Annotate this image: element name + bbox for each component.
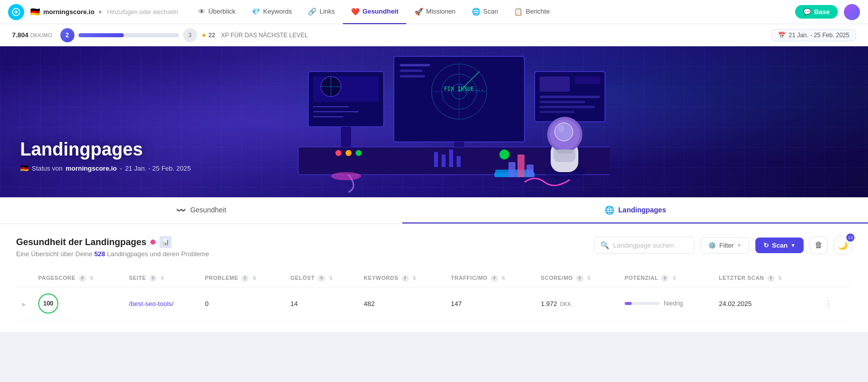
hero-text: Landingpages 🇩🇪 Status von morningscore.… (20, 139, 191, 172)
section-header: Gesundheit der Landingpages 📊 Eine Übers… (16, 236, 852, 258)
site-selector[interactable]: 🇩🇪 morningscore.io ▼ (30, 7, 103, 17)
xp-text: ★ 22 XP FÜR DAS NÄCHSTE LEVEL (201, 32, 308, 39)
traffic-help[interactable]: ? (491, 275, 498, 282)
geloest-cell: 14 (284, 287, 358, 320)
geloest-sort[interactable]: ⇅ (329, 276, 333, 281)
nav-link-keywords[interactable]: 💎 Keywords (243, 0, 300, 24)
more-options-button[interactable]: ⋮ (820, 297, 836, 310)
seite-help[interactable]: ? (149, 275, 156, 282)
dropdown-icon[interactable]: ▼ (98, 9, 103, 15)
potenzial-sort[interactable]: ⇅ (672, 276, 677, 281)
calendar-icon: 📅 (778, 32, 786, 39)
keywords-sort[interactable]: ⇅ (412, 276, 417, 281)
chat-icon: 💬 (803, 8, 811, 16)
pagescore-help[interactable]: ? (79, 275, 86, 282)
traffic-sort[interactable]: ⇅ (501, 276, 506, 281)
geloest-help[interactable]: ? (318, 275, 325, 282)
progress-bar (78, 33, 179, 37)
page-count: 528 (94, 250, 105, 258)
letzter-scan-sort[interactable]: ⇅ (778, 276, 783, 281)
level-badge-current: 2 (60, 28, 74, 42)
tab-gesundheit[interactable]: 〰️ Gesundheit (0, 197, 402, 223)
svg-rect-19 (400, 69, 422, 72)
geloest-value: 14 (290, 300, 297, 308)
page-link[interactable]: /best-seo-tools/ (129, 300, 173, 308)
probleme-help[interactable]: ? (241, 275, 248, 282)
score-bar-fill (625, 302, 632, 305)
app-logo[interactable] (8, 4, 24, 20)
score-mo-cell: 1.972 DKK (535, 287, 619, 320)
potenzial-help[interactable]: ? (661, 275, 668, 282)
filter-icon: ⚙️ (708, 242, 716, 249)
hero-subtitle: 🇩🇪 Status von morningscore.io - 21 Jan. … (20, 164, 191, 172)
hero-date: 21 Jan. - 25 Feb. 2025 (125, 165, 191, 172)
date-range-label: 21 Jan. - 25 Feb. 2025 (789, 32, 849, 39)
date-range-picker[interactable]: 📅 21 Jan. - 25 Feb. 2025 (771, 29, 856, 41)
keywords-value: 482 (364, 300, 375, 308)
svg-rect-23 (575, 77, 600, 84)
traffic-cell: 147 (445, 287, 535, 320)
potenzial-label: Niedrig (664, 300, 683, 307)
base-button[interactable]: 💬 Base (795, 5, 838, 19)
tab-landingpages[interactable]: 🌐 Landingpages (402, 197, 868, 223)
scan-button[interactable]: ↻ Scan ▼ (755, 238, 804, 253)
xp-bar: 7.804 DKK/MO 2 3 ★ 22 XP FÜR DAS NÄCHSTE… (0, 24, 868, 46)
expand-col (16, 270, 32, 287)
nav-link-ueberblick[interactable]: 👁 Überblick (190, 0, 243, 24)
nav-link-scan[interactable]: 🌐 Scan (464, 0, 506, 24)
svg-rect-32 (434, 152, 438, 167)
user-avatar[interactable] (844, 4, 860, 20)
svg-point-1 (15, 11, 17, 13)
hero-title: Landingpages (20, 139, 191, 160)
nav-link-label: Gesundheit (363, 8, 399, 15)
delete-button[interactable]: 🗑 (810, 236, 828, 254)
data-table: PAGESCORE ? ⇅ SEITE ? ⇅ PROBLEME ? ⇅ GEL… (16, 270, 852, 320)
refresh-icon: ↻ (763, 242, 769, 249)
nav-link-label: Missionen (426, 8, 456, 15)
score-sort[interactable]: ⇅ (587, 276, 591, 281)
nav-link-missionen[interactable]: 🚀 Missionen (406, 0, 464, 24)
svg-rect-47 (557, 149, 573, 154)
search-placeholder: Landingpage suchen (613, 242, 674, 249)
heart-icon: ❤️ (351, 8, 360, 16)
keywords-help[interactable]: ? (402, 275, 409, 282)
nav-link-gesundheit[interactable]: ❤️ Gesundheit (343, 0, 407, 24)
nav-link-label: Keywords (263, 8, 292, 15)
score-help[interactable]: ? (576, 275, 583, 282)
col-letzter-scan: LETZTER SCAN ? ⇅ (713, 270, 814, 287)
svg-rect-18 (400, 64, 430, 66)
hero-dash: - (120, 165, 122, 172)
svg-rect-26 (540, 106, 595, 108)
search-box[interactable]: 🔍 Landingpage suchen (594, 237, 695, 254)
star-icon: ★ (201, 32, 207, 39)
section-subtitle: Eine Übersicht über Deine 528 Landingpag… (16, 250, 594, 258)
rocket-icon: 🚀 (414, 8, 423, 16)
trash-icon: 🗑 (815, 241, 823, 250)
level-badge-next: 3 (183, 28, 197, 42)
seite-sort[interactable]: ⇅ (160, 276, 165, 281)
svg-text:FIX ISSUE...: FIX ISSUE... (444, 86, 484, 92)
nav-link-berichte[interactable]: 📋 Berichte (506, 0, 558, 24)
tab-label: Landingpages (619, 206, 666, 214)
table-row: ▶ 100 /best-seo-tools/ 0 14 482 (16, 287, 852, 320)
svg-point-45 (555, 123, 573, 141)
letzter-scan-help[interactable]: ? (767, 275, 774, 282)
filter-button[interactable]: ⚙️ Filter ▼ (701, 237, 749, 254)
svg-rect-52 (517, 155, 525, 177)
col-probleme: PROBLEME ? ⇅ (199, 270, 284, 287)
search-icon: 🔍 (600, 241, 609, 249)
link-icon: 🔗 (308, 8, 316, 16)
score-circle: 100 (38, 293, 58, 314)
expand-button[interactable]: ▶ (22, 301, 26, 307)
probleme-cell: 0 (199, 287, 284, 320)
probleme-sort[interactable]: ⇅ (252, 276, 257, 281)
nav-link-links[interactable]: 🔗 Links (300, 0, 342, 24)
svg-rect-38 (454, 142, 464, 147)
col-keywords: KEYWORDS ? ⇅ (358, 270, 445, 287)
moon-button[interactable]: 13 🌙 (834, 236, 852, 254)
pagescore-sort[interactable]: ⇅ (90, 276, 94, 281)
section-title: Gesundheit der Landingpages 📊 (16, 236, 594, 248)
globe-icon: 🌐 (472, 8, 480, 16)
svg-rect-24 (540, 96, 600, 98)
svg-point-50 (331, 172, 361, 180)
